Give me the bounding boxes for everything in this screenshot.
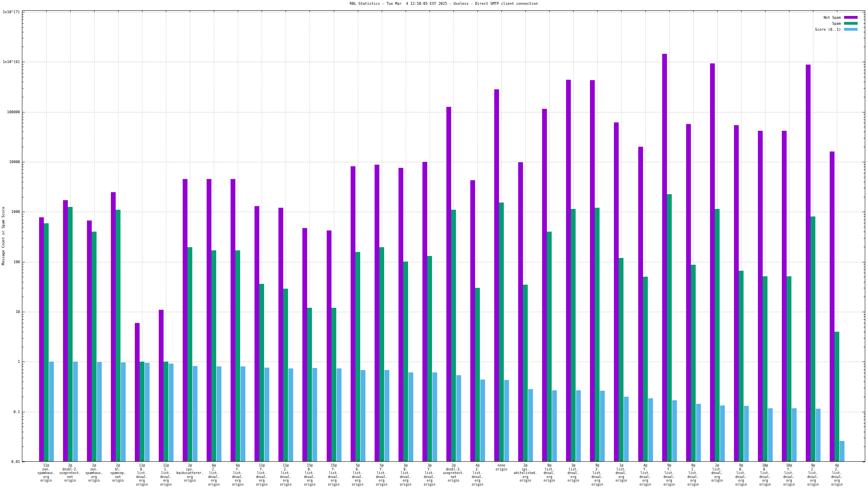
x-tick-label: 4@ 2. list. dnswl. org origin: [821, 464, 853, 486]
y-tick-label: 10000: [0, 160, 20, 164]
legend-swatch-not-spam: [844, 16, 858, 19]
y-tick-label: 0.1: [0, 410, 20, 414]
y-major-tick: [22, 462, 25, 462]
legend-label-spam: Spam: [793, 22, 841, 26]
legend-label-not-spam: Not Spam: [793, 16, 841, 20]
plot-border: [22, 10, 865, 462]
chart-title: RBL Statistics - Tue Mar 4 12:58:05 EST …: [22, 2, 866, 6]
y-tick-label: 0.01: [0, 460, 20, 464]
legend-label-score: Score (0..1): [793, 28, 841, 31]
y-major-tick: [862, 462, 865, 462]
y-tick-label: 100: [0, 260, 20, 264]
y-tick-label: 1: [0, 360, 20, 364]
y-tick-label: 10: [0, 310, 20, 314]
y-tick-label: 1x10^{6}: [0, 60, 20, 64]
y-tick-label: 1000: [0, 210, 20, 214]
legend-swatch-spam: [844, 22, 858, 25]
y-tick-label: 100000: [0, 110, 20, 114]
y-tick-label: 1x10^{7}: [0, 10, 20, 14]
y-axis-title: Message Count or Spam Score: [1, 176, 5, 296]
rbl-statistics-chart: RBL Statistics - Tue Mar 4 12:58:05 EST …: [0, 0, 868, 488]
legend-swatch-score: [844, 28, 858, 31]
